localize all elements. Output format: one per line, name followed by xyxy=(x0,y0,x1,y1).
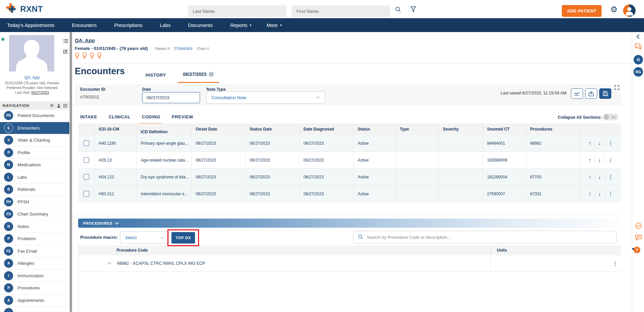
edit-icon[interactable] xyxy=(63,49,68,54)
comment-icon[interactable] xyxy=(635,234,642,241)
sidebar-item[interactable] xyxy=(0,307,69,312)
help-icon[interactable]: ? xyxy=(634,247,640,253)
chevron-down-icon: ▾ xyxy=(250,23,251,27)
chevron-down-icon[interactable] xyxy=(107,262,111,265)
sidebar-item-badge: P xyxy=(4,234,13,243)
row-checkbox[interactable] xyxy=(84,191,89,197)
move-down-icon[interactable]: ↓ xyxy=(598,191,601,197)
tab-encounter-date[interactable]: 06/27/2023 xyxy=(183,72,214,77)
save-button[interactable] xyxy=(599,88,611,99)
patient-name-link[interactable]: QA, App xyxy=(75,37,95,43)
procedure-macro-select[interactable]: Select xyxy=(120,231,169,244)
sidebar-item[interactable]: I Immunization xyxy=(0,270,69,282)
scrollbar-thumb[interactable] xyxy=(70,32,72,312)
nav-gear-icon[interactable]: ⚙ xyxy=(50,103,54,108)
sidebar-item[interactable]: E Encounters xyxy=(0,122,69,135)
navbar-item[interactable]: More ▾ xyxy=(266,23,282,28)
type-value xyxy=(395,152,439,168)
sidebar-item[interactable]: M Medications xyxy=(0,159,69,171)
expand-icon[interactable] xyxy=(615,85,619,90)
rail-divider xyxy=(632,53,644,53)
procedure-search-input[interactable] xyxy=(353,231,617,244)
sidebar-item[interactable]: P Problems xyxy=(0,233,69,245)
row-checkbox[interactable] xyxy=(84,140,89,146)
move-down-icon[interactable]: ↓ xyxy=(598,141,601,146)
nav-list-icon[interactable] xyxy=(63,104,67,108)
navbar-item[interactable]: Today's Appointments xyxy=(7,23,57,28)
row-checkbox[interactable] xyxy=(84,174,89,180)
procedures-section-header[interactable]: PROCEDURES xyxy=(78,219,621,228)
user-badge[interactable]: I3 xyxy=(634,55,643,64)
collapse-all-toggle[interactable]: No xyxy=(603,114,618,120)
navbar-item[interactable]: Documents xyxy=(188,23,215,28)
move-down-icon[interactable]: ↓ xyxy=(598,158,601,163)
note-type-select[interactable]: Consultation Note xyxy=(206,91,325,104)
move-up-icon[interactable]: ↑ xyxy=(588,141,591,146)
filter-icon[interactable] xyxy=(410,6,416,13)
check-circle-icon[interactable] xyxy=(635,222,642,229)
row-menu-icon[interactable]: ⋮ xyxy=(608,191,613,197)
icd-definition: Age-related nuclear cata... xyxy=(136,152,191,168)
rxnt-logo[interactable]: RXNT xyxy=(6,3,43,15)
search-icon[interactable] xyxy=(395,6,401,13)
last-name-search-input[interactable] xyxy=(188,5,287,17)
list-icon[interactable] xyxy=(63,39,68,43)
chevron-down-icon xyxy=(316,96,320,99)
section-tab[interactable]: PREVIEW xyxy=(172,114,193,122)
navbar-item[interactable]: Encounters xyxy=(72,23,99,28)
sidebar-item-badge: PH xyxy=(4,197,13,206)
navbar-item[interactable]: Prescriptions xyxy=(114,23,145,28)
sidebar-item[interactable]: CS Chart Summary xyxy=(0,208,69,221)
nav-person-icon[interactable] xyxy=(57,104,61,108)
patient-card-name[interactable]: QA, App xyxy=(0,75,64,80)
sidebar-item[interactable]: P Procedures xyxy=(0,282,69,294)
bulb-icon[interactable] xyxy=(90,52,94,59)
section-tab[interactable]: INTAKE xyxy=(80,114,97,122)
chevron-down-icon xyxy=(115,222,119,225)
sidebar-item[interactable]: L Labs xyxy=(0,171,69,184)
section-tab[interactable]: CLINICAL xyxy=(108,114,130,122)
procedure-code-ref: 66982 xyxy=(526,135,580,151)
sidebar-item[interactable]: P Profile xyxy=(0,147,69,159)
bulb-icon[interactable] xyxy=(82,52,87,59)
row-menu-icon[interactable]: ⋮ xyxy=(608,140,613,146)
sidebar-item[interactable]: A Appointments xyxy=(0,294,69,307)
add-patient-button[interactable]: ADD PATIENT xyxy=(562,5,602,17)
sidebar-item[interactable]: PD Patient Documents xyxy=(0,110,69,122)
move-up-icon[interactable]: ↑ xyxy=(588,174,591,180)
collapse-rail-chevron-left-icon[interactable] xyxy=(636,34,640,39)
navbar-item[interactable]: Reports ▾ xyxy=(230,23,252,28)
row-checkbox[interactable] xyxy=(84,157,89,163)
patient-number-link[interactable]: 270546369 xyxy=(174,47,192,51)
last-visit-date[interactable]: 06/27/2023 xyxy=(31,90,49,94)
sidebar-scrollbar[interactable] xyxy=(69,32,72,312)
row-menu-icon[interactable]: ⋮ xyxy=(612,260,618,267)
move-up-icon[interactable]: ↑ xyxy=(588,158,591,163)
sidebar-item[interactable]: V Vitals & Charting xyxy=(0,134,69,147)
close-icon[interactable] xyxy=(209,72,214,77)
sidebar-item[interactable]: PH PFSH xyxy=(0,196,69,208)
navbar-item[interactable]: Labs xyxy=(160,23,173,28)
sidebar-item[interactable]: R Referrals xyxy=(0,183,69,196)
encounter-date-input[interactable] xyxy=(142,92,200,103)
row-menu-icon[interactable]: ⋮ xyxy=(608,157,613,163)
section-tab[interactable]: CODING xyxy=(142,114,160,122)
row-menu-icon[interactable]: ⋮ xyxy=(608,174,613,180)
user-avatar[interactable] xyxy=(623,4,636,17)
sidebar-item-label: Notes xyxy=(18,224,29,229)
bulb-icon[interactable] xyxy=(97,52,102,59)
bulb-icon[interactable] xyxy=(75,52,79,59)
move-down-icon[interactable]: ↓ xyxy=(598,174,601,180)
tab-history[interactable]: HISTORY xyxy=(146,73,166,78)
signature-button[interactable] xyxy=(571,88,583,99)
gear-icon[interactable]: ⚙ xyxy=(610,5,618,14)
section-tab-label: PREVIEW xyxy=(172,114,193,119)
sidebar-item[interactable]: A Allergies xyxy=(0,257,69,270)
move-up-icon[interactable]: ↑ xyxy=(588,191,591,197)
chat-icon[interactable] xyxy=(635,43,642,50)
send-button[interactable] xyxy=(585,88,597,99)
first-name-search-input[interactable] xyxy=(292,5,390,17)
user-badge[interactable]: RG xyxy=(634,67,643,77)
sidebar-item[interactable]: FE Fax Email xyxy=(0,245,69,258)
sidebar-item[interactable]: N Notes xyxy=(0,221,69,233)
